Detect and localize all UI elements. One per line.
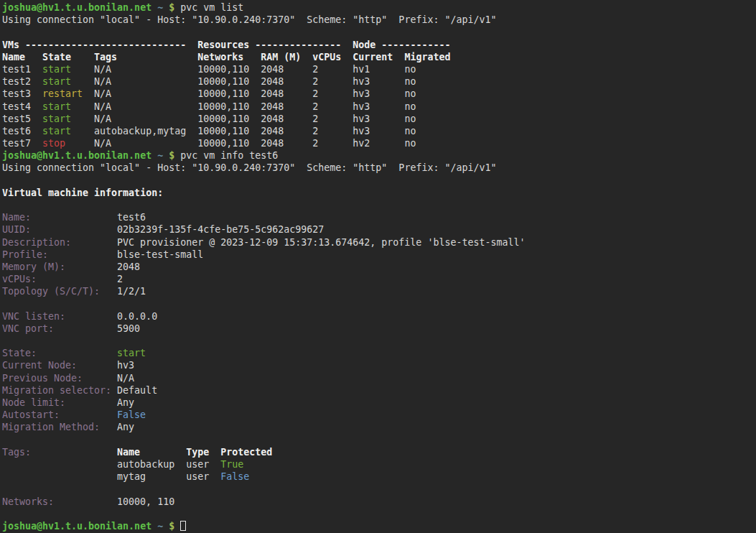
terminal-screen[interactable]: joshua@hv1.t.u.bonilan.net ~ $ pvc vm li… bbox=[0, 0, 756, 533]
vm-name: test6 bbox=[2, 125, 31, 137]
connection-text: Using connection "local" - Host: "10.90.… bbox=[2, 14, 496, 26]
vm-vcpus: 2 bbox=[312, 125, 318, 137]
field-label: Description: bbox=[2, 236, 71, 249]
prompt-cwd: ~ bbox=[157, 520, 163, 532]
table-row: test5 start N/A 10000,110 2048 2 hv3 no bbox=[0, 113, 756, 125]
field-value: 0.0.0.0 bbox=[117, 310, 157, 323]
tag-type: user bbox=[186, 471, 209, 483]
vm-info-title-text: Virtual machine information: bbox=[2, 187, 163, 199]
table-row: test6 start autobackup,mytag 10000,110 2… bbox=[0, 125, 756, 137]
prompt-line-1: joshua@hv1.t.u.bonilan.net ~ $ pvc vm li… bbox=[0, 1, 756, 14]
vm-node: hv2 bbox=[353, 137, 370, 149]
networks-row: Networks: 10000, 110 bbox=[0, 496, 756, 508]
vm-name: test5 bbox=[2, 113, 31, 125]
vm-node: hv3 bbox=[353, 125, 370, 137]
field-label: Current Node: bbox=[2, 359, 77, 371]
info-field: Description: PVC provisioner @ 2023-12-0… bbox=[0, 236, 756, 249]
table-row: test7 stop N/A 10000,110 2048 2 hv2 no bbox=[0, 137, 756, 149]
vm-name: test4 bbox=[2, 101, 31, 113]
vm-migrated: no bbox=[404, 88, 416, 100]
field-label: Topology (S/C/T): bbox=[2, 285, 100, 297]
tag-protected: False bbox=[220, 471, 249, 483]
terminal-cursor bbox=[180, 521, 186, 531]
field-value: hv3 bbox=[117, 359, 134, 371]
col-header-networks: Networks bbox=[197, 51, 243, 63]
vm-ram: 2048 bbox=[261, 63, 284, 75]
info-field: Topology (S/C/T): 1/2/1 bbox=[0, 285, 756, 297]
tag-protected: True bbox=[220, 458, 243, 471]
field-value-state: start bbox=[117, 347, 146, 359]
vm-migrated: no bbox=[404, 63, 416, 75]
table-row: test2 start N/A 10000,110 2048 2 hv3 no bbox=[0, 75, 756, 88]
vm-vcpus: 2 bbox=[312, 88, 318, 100]
field-value: 2048 bbox=[117, 261, 140, 273]
info-field: Memory (M): 2048 bbox=[0, 261, 756, 273]
vm-state: start bbox=[42, 113, 71, 125]
field-label: VNC port: bbox=[2, 323, 54, 335]
vm-ram: 2048 bbox=[261, 101, 284, 113]
col-header-name: Name bbox=[2, 51, 25, 63]
info-field: Name: test6 bbox=[0, 211, 756, 223]
vm-vcpus: 2 bbox=[312, 63, 318, 75]
info-field: Autostart: False bbox=[0, 409, 756, 421]
blank-line bbox=[0, 298, 756, 310]
vm-node: hv3 bbox=[353, 101, 370, 113]
vm-list-section-header: VMs ---------------------------- Resourc… bbox=[0, 39, 756, 51]
field-label: UUID: bbox=[2, 223, 31, 236]
vm-migrated: no bbox=[404, 113, 416, 125]
vm-node: hv3 bbox=[353, 113, 370, 125]
vm-tags: autobackup,mytag bbox=[94, 125, 186, 137]
field-value: 5900 bbox=[117, 323, 140, 335]
info-field: Previous Node: N/A bbox=[0, 372, 756, 384]
field-label: Name: bbox=[2, 211, 31, 223]
col-header-ram: RAM (M) bbox=[261, 51, 301, 63]
vm-networks: 10000,110 bbox=[197, 125, 249, 137]
blank-line bbox=[0, 26, 756, 38]
tags-label: Tags: bbox=[2, 446, 31, 458]
col-header-state: State bbox=[42, 51, 71, 63]
tag-row: mytag user False bbox=[0, 471, 756, 483]
vm-tags: N/A bbox=[94, 75, 111, 88]
info-field: UUID: 02b3239f-135f-4cfe-be75-5c962ac996… bbox=[0, 223, 756, 236]
field-value: blse-test-small bbox=[117, 249, 203, 261]
info-field: Migration selector: Default bbox=[0, 384, 756, 397]
tag-row: autobackup user True bbox=[0, 458, 756, 471]
command-vm-info: pvc vm info test6 bbox=[180, 149, 278, 162]
prompt-symbol: $ bbox=[169, 520, 174, 532]
blank-line bbox=[0, 434, 756, 446]
field-label: Migration Method: bbox=[2, 421, 100, 433]
vm-state: start bbox=[42, 101, 71, 113]
vm-ram: 2048 bbox=[261, 113, 284, 125]
vm-migrated: no bbox=[404, 125, 416, 137]
blank-line bbox=[0, 483, 756, 495]
vm-networks: 10000,110 bbox=[197, 75, 249, 88]
vm-list-column-header: Name State Tags Networks RAM (M) vCPUs C… bbox=[0, 51, 756, 63]
field-value: 1/2/1 bbox=[117, 285, 146, 297]
prompt-user-host: joshua@hv1.t.u.bonilan.net bbox=[2, 149, 151, 162]
tags-col-protected: Protected bbox=[220, 446, 272, 458]
vm-state: stop bbox=[42, 137, 65, 149]
table-row: test4 start N/A 10000,110 2048 2 hv3 no bbox=[0, 101, 756, 113]
vm-tags: N/A bbox=[94, 113, 111, 125]
blank-line bbox=[0, 335, 756, 347]
prompt-symbol: $ bbox=[169, 149, 174, 162]
vm-name: test7 bbox=[2, 137, 31, 149]
info-field: Migration Method: Any bbox=[0, 421, 756, 433]
info-field: Node limit: Any bbox=[0, 397, 756, 409]
field-label: Profile: bbox=[2, 249, 48, 261]
vm-node: hv1 bbox=[353, 63, 370, 75]
field-label: Previous Node: bbox=[2, 372, 83, 384]
field-label: Migration selector: bbox=[2, 384, 111, 397]
field-value: PVC provisioner @ 2023-12-09 15:37:13.67… bbox=[117, 236, 525, 249]
vm-vcpus: 2 bbox=[312, 113, 318, 125]
blank-line bbox=[0, 199, 756, 211]
vm-migrated: no bbox=[404, 137, 416, 149]
vm-state: start bbox=[42, 75, 71, 88]
vm-tags: N/A bbox=[94, 137, 111, 149]
networks-value: 10000, 110 bbox=[117, 496, 174, 508]
vm-name: test2 bbox=[2, 75, 31, 88]
info-field: VNC listen: 0.0.0.0 bbox=[0, 310, 756, 323]
vm-vcpus: 2 bbox=[312, 101, 318, 113]
blank-line bbox=[0, 508, 756, 520]
vm-state: restart bbox=[42, 88, 83, 100]
